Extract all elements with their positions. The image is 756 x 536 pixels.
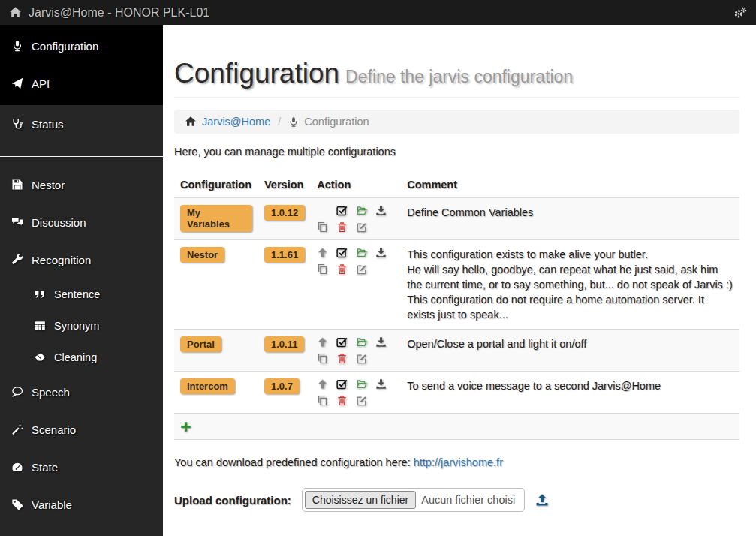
col-header-version: Version	[258, 173, 311, 197]
table-row: Nestor 1.1.61 This configuration exists …	[174, 240, 739, 330]
edit-icon[interactable]	[356, 395, 367, 406]
table-header-row: Configuration Version Action Comment	[174, 173, 739, 197]
home-icon	[185, 116, 197, 128]
download-icon[interactable]	[375, 378, 387, 390]
sidebar-item-label: Configuration	[32, 40, 98, 53]
jarvishome-link[interactable]: http://jarvishome.fr	[414, 456, 503, 468]
col-header-comment: Comment	[401, 173, 739, 197]
sidebar-item-label: Speech	[32, 386, 70, 399]
upload-row: Upload configuration: Choisissez un fich…	[174, 488, 739, 512]
active-checkbox-icon[interactable]	[336, 205, 348, 216]
edit-icon[interactable]	[356, 221, 367, 233]
sidebar-active-group: Configuration API	[0, 25, 163, 105]
config-name-badge: Portal	[180, 336, 221, 352]
choose-file-button[interactable]: Choisissez un fichier	[305, 491, 416, 509]
navbar-brand[interactable]: Jarvis@Home - HONOR PLK-L01	[9, 6, 209, 20]
page-title: Configuration	[174, 58, 339, 89]
breadcrumb-current: Configuration	[288, 116, 369, 128]
sidebar-item-discussion[interactable]: Discussion	[0, 203, 163, 241]
delete-icon[interactable]	[336, 263, 348, 275]
breadcrumb-home-link[interactable]: Jarvis@Home	[185, 116, 270, 128]
download-icon[interactable]	[375, 336, 387, 348]
breadcrumb-separator: /	[276, 116, 282, 128]
sidebar-item-variable[interactable]: Variable	[0, 486, 163, 523]
sidebar-item-configuration[interactable]: Configuration	[0, 27, 163, 65]
breadcrumb-current-label: Configuration	[304, 116, 369, 128]
save-icon	[11, 179, 23, 191]
sidebar-item-status[interactable]: Status	[0, 105, 163, 143]
sidebar-item-label: Sentence	[54, 288, 100, 300]
breadcrumb: Jarvis@Home / Configuration	[174, 110, 739, 134]
add-configuration-button[interactable]	[180, 421, 191, 432]
sidebar-item-synonym[interactable]: Synonym	[0, 310, 163, 342]
page-subtitle: Define the jarvis configuration	[345, 67, 573, 86]
open-folder-icon[interactable]	[356, 205, 367, 216]
download-icon[interactable]	[375, 247, 387, 258]
config-name-badge: My Variables	[180, 205, 252, 232]
file-input[interactable]: Choisissez un fichier Aucun fichier choi…	[302, 488, 525, 512]
cogs-icon	[733, 6, 747, 20]
breadcrumb-home-label: Jarvis@Home	[202, 116, 270, 128]
sidebar-item-label: Recognition	[32, 254, 91, 266]
move-up-icon[interactable]	[317, 247, 328, 258]
file-status-text: Aucun fichier choisi	[416, 494, 522, 506]
open-folder-icon[interactable]	[356, 378, 367, 390]
delete-icon[interactable]	[336, 353, 348, 364]
copy-icon[interactable]	[317, 221, 328, 233]
active-checkbox-icon[interactable]	[336, 247, 348, 258]
col-header-action: Action	[311, 173, 401, 197]
copy-icon[interactable]	[317, 353, 328, 364]
edit-icon[interactable]	[356, 353, 367, 364]
col-header-configuration: Configuration	[174, 173, 258, 197]
sidebar: Configuration API Status Nestor Discussi…	[0, 25, 163, 536]
sidebar-item-speech[interactable]: Speech	[0, 373, 163, 411]
action-buttons	[317, 205, 395, 233]
upload-icon	[535, 493, 549, 507]
app-title: Jarvis@Home - HONOR PLK-L01	[29, 6, 209, 20]
active-checkbox-icon[interactable]	[336, 378, 348, 390]
move-up-icon[interactable]	[317, 378, 328, 390]
move-up-icon[interactable]	[317, 336, 328, 348]
delete-icon[interactable]	[336, 395, 348, 406]
config-version-badge: 1.0.12	[264, 205, 305, 221]
table-icon	[34, 320, 46, 332]
action-buttons	[317, 378, 395, 406]
sidebar-item-cleaning[interactable]: Cleaning	[0, 342, 163, 373]
sidebar-item-label: Scenario	[32, 423, 76, 436]
action-buttons	[317, 336, 395, 364]
config-comment: To send a voice message to a second Jarv…	[401, 372, 739, 414]
sidebar-item-label: Discussion	[32, 216, 86, 229]
table-row: Intercom 1.0.7 To send a voice message t…	[174, 372, 739, 414]
action-placeholder	[317, 205, 328, 216]
home-icon	[9, 6, 22, 19]
sidebar-item-scenario[interactable]: Scenario	[0, 411, 163, 448]
edit-icon[interactable]	[356, 263, 367, 275]
active-checkbox-icon[interactable]	[336, 336, 348, 348]
download-icon[interactable]	[375, 205, 387, 216]
wrench-icon	[11, 254, 23, 266]
sidebar-item-api[interactable]: API	[0, 65, 163, 102]
sidebar-item-label: Synonym	[54, 320, 99, 332]
sidebar-item-label: Cleaning	[54, 351, 97, 363]
copy-icon[interactable]	[317, 395, 328, 406]
gauge-icon	[11, 461, 23, 473]
configuration-table: Configuration Version Action Comment My …	[174, 173, 739, 440]
config-version-badge: 1.1.61	[264, 247, 305, 263]
sidebar-item-nestor[interactable]: Nestor	[0, 166, 163, 203]
open-folder-icon[interactable]	[356, 336, 367, 348]
table-row: Portal 1.0.11 Open/Close a portal and li…	[174, 330, 739, 372]
sidebar-item-state[interactable]: State	[0, 448, 163, 486]
sidebar-item-label: State	[32, 461, 58, 474]
open-folder-icon[interactable]	[356, 247, 367, 258]
upload-button[interactable]	[535, 493, 549, 507]
copy-icon[interactable]	[317, 263, 328, 275]
sidebar-item-sentence[interactable]: Sentence	[0, 279, 163, 310]
download-text: You can download predefined configuratio…	[174, 456, 414, 468]
tag-icon	[11, 498, 23, 510]
sidebar-item-recognition[interactable]: Recognition	[0, 241, 163, 279]
sidebar-menu: Nestor Discussion Recognition Sentence S…	[0, 157, 163, 523]
sidebar-item-label: Variable	[32, 498, 72, 511]
settings-button[interactable]	[733, 6, 747, 20]
delete-icon[interactable]	[336, 221, 348, 233]
sidebar-item-label: Status	[32, 118, 64, 131]
